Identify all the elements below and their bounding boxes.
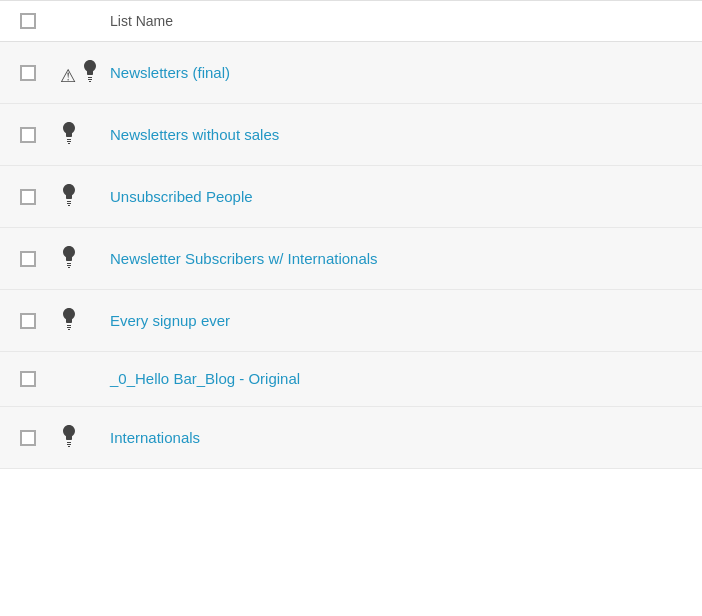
row-checkbox-col <box>20 371 60 387</box>
row-checkbox-col <box>20 189 60 205</box>
row-checkbox[interactable] <box>20 127 36 143</box>
row-name-col: Newsletters without sales <box>110 126 682 144</box>
table-row: Newsletters without sales <box>0 104 702 166</box>
row-checkbox[interactable] <box>20 65 36 81</box>
row-name-col: Unsubscribed People <box>110 188 682 206</box>
list-name-link[interactable]: Newsletters (final) <box>110 64 230 81</box>
bulb-icon <box>60 425 78 450</box>
row-icon-col <box>60 308 110 333</box>
row-checkbox[interactable] <box>20 313 36 329</box>
table-row: _0_Hello Bar_Blog - Original <box>0 352 702 407</box>
bulb-icon: ⚠ <box>60 60 99 85</box>
bulb-icon <box>60 246 78 271</box>
bulb-icon <box>60 184 78 209</box>
row-checkbox-col <box>20 65 60 81</box>
row-checkbox-col <box>20 251 60 267</box>
row-checkbox[interactable] <box>20 189 36 205</box>
table-row: Every signup ever <box>0 290 702 352</box>
row-name-col: _0_Hello Bar_Blog - Original <box>110 370 682 388</box>
list-name-link[interactable]: Internationals <box>110 429 200 446</box>
header-list-name: List Name <box>110 13 682 29</box>
row-checkbox[interactable] <box>20 251 36 267</box>
table-header: List Name <box>0 0 702 42</box>
table-row: Internationals <box>0 407 702 469</box>
row-icon-col: ⚠ <box>60 60 110 85</box>
row-checkbox-col <box>20 313 60 329</box>
header-checkbox-col <box>20 13 60 29</box>
row-checkbox[interactable] <box>20 371 36 387</box>
row-name-col: Newsletter Subscribers w/ Internationals <box>110 250 682 268</box>
row-icon-col <box>60 122 110 147</box>
list-table: List Name ⚠ Newsletters (final) <box>0 0 702 469</box>
table-row: Newsletter Subscribers w/ Internationals <box>0 228 702 290</box>
row-icon-col <box>60 246 110 271</box>
table-row: Unsubscribed People <box>0 166 702 228</box>
list-name-link[interactable]: Unsubscribed People <box>110 188 253 205</box>
row-checkbox-col <box>20 430 60 446</box>
list-name-link[interactable]: Every signup ever <box>110 312 230 329</box>
bulb-icon <box>60 308 78 333</box>
row-checkbox[interactable] <box>20 430 36 446</box>
bulb-icon <box>60 122 78 147</box>
list-name-link[interactable]: _0_Hello Bar_Blog - Original <box>110 370 300 387</box>
row-icon-col <box>60 184 110 209</box>
row-icon-col <box>60 425 110 450</box>
row-name-col: Internationals <box>110 429 682 447</box>
list-name-link[interactable]: Newsletters without sales <box>110 126 279 143</box>
table-row: ⚠ Newsletters (final) <box>0 42 702 104</box>
row-name-col: Newsletters (final) <box>110 64 682 82</box>
row-name-col: Every signup ever <box>110 312 682 330</box>
select-all-checkbox[interactable] <box>20 13 36 29</box>
list-name-link[interactable]: Newsletter Subscribers w/ Internationals <box>110 250 378 267</box>
row-checkbox-col <box>20 127 60 143</box>
